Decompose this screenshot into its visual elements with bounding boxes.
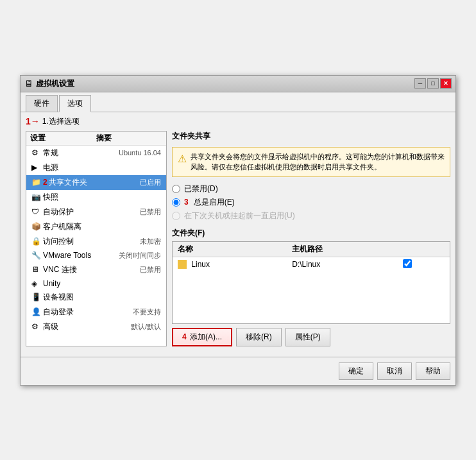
folder-path-cell: D:\Linux bbox=[287, 257, 398, 272]
minimize-button[interactable]: ─ bbox=[414, 78, 426, 89]
window-icon: 🖥 bbox=[24, 78, 33, 89]
cancel-button[interactable]: 取消 bbox=[377, 362, 412, 380]
settings-item-power[interactable]: ▶ 电源 bbox=[26, 160, 166, 175]
lock-icon: 🔒 bbox=[31, 237, 40, 246]
box-icon: 📦 bbox=[31, 222, 40, 231]
settings-item-snapshot[interactable]: 📷 快照 bbox=[26, 190, 166, 205]
folders-title: 文件夹(F) bbox=[172, 228, 450, 239]
warning-icon: ⚠ bbox=[178, 151, 187, 173]
power-icon: ▶ bbox=[31, 163, 40, 172]
user-icon: 👤 bbox=[31, 307, 40, 316]
radio-num-3: 3 bbox=[184, 198, 189, 207]
folder-name-cell: Linux bbox=[173, 257, 287, 272]
tab-hardware[interactable]: 硬件 bbox=[26, 95, 58, 112]
ok-button[interactable]: 确定 bbox=[339, 362, 373, 380]
col-name-header: 名称 bbox=[173, 242, 287, 257]
tab-bar: 硬件 选项 bbox=[21, 92, 455, 112]
settings-item-auto-protect[interactable]: 🛡 自动保护 已禁用 bbox=[26, 205, 166, 219]
folder-row: Linux D:\Linux bbox=[173, 257, 450, 272]
help-button[interactable]: 帮助 bbox=[416, 362, 450, 380]
radio-always-input[interactable] bbox=[172, 198, 180, 207]
title-bar-left: 🖥 虚拟机设置 bbox=[24, 78, 74, 89]
properties-button[interactable]: 属性(P) bbox=[285, 328, 330, 346]
main-window: 🖥 虚拟机设置 ─ □ ✕ 硬件 选项 1→ 1.选择选项 设置 摘要 bbox=[20, 75, 456, 386]
radio-next-time-input bbox=[172, 212, 180, 220]
col-path-header: 主机路径 bbox=[287, 242, 398, 257]
folder-icon bbox=[178, 260, 187, 269]
settings-item-access-control[interactable]: 🔒 访问控制 未加密 bbox=[26, 234, 166, 249]
step-arrow-icon: 1→ bbox=[26, 116, 40, 126]
settings-item-advanced[interactable]: ⚙ 高级 默认/默认 bbox=[26, 319, 166, 334]
add-folder-button[interactable]: 4 添加(A)... bbox=[172, 328, 232, 346]
settings-item-unity[interactable]: ◈ Unity bbox=[26, 277, 166, 290]
main-content: 设置 摘要 ⚙ 常规 Ubuntu 16.04 ▶ 电源 📁 bbox=[21, 131, 455, 352]
device-icon: 📱 bbox=[31, 293, 40, 302]
gear-icon: ⚙ bbox=[31, 148, 40, 157]
radio-group: 已禁用(D) 3 总是启用(E) 在下次关机或挂起前一直启用(U) bbox=[172, 183, 450, 221]
remove-folder-button[interactable]: 移除(R) bbox=[236, 328, 282, 346]
unity-icon: ◈ bbox=[31, 279, 40, 288]
settings-list: ⚙ 常规 Ubuntu 16.04 ▶ 电源 📁 2共享文件夹 已启用 bbox=[26, 146, 166, 334]
settings-item-general[interactable]: ⚙ 常规 Ubuntu 16.04 bbox=[26, 146, 166, 160]
settings-item-device-view[interactable]: 📱 设备视图 bbox=[26, 290, 166, 305]
maximize-button[interactable]: □ bbox=[427, 78, 439, 89]
warning-text: 共享文件夹会将您的文件显示给虚拟机中的程序。这可能为您的计算机和数据带来风险。请… bbox=[191, 151, 445, 173]
settings-item-vnc[interactable]: 🖥 VNC 连接 已禁用 bbox=[26, 262, 166, 277]
left-panel: 设置 摘要 ⚙ 常规 Ubuntu 16.04 ▶ 电源 📁 bbox=[26, 131, 167, 346]
radio-disabled-input[interactable] bbox=[172, 185, 180, 193]
monitor-icon: 🖥 bbox=[31, 265, 40, 274]
settings-item-auto-login[interactable]: 👤 自动登录 不要支持 bbox=[26, 305, 166, 319]
shield-icon: 🛡 bbox=[31, 207, 40, 216]
step-label: 1→ 1.选择选项 bbox=[21, 112, 455, 131]
title-bar-buttons: ─ □ ✕ bbox=[414, 78, 452, 89]
item-num-2: 2 bbox=[43, 178, 47, 187]
tab-options[interactable]: 选项 bbox=[59, 95, 91, 112]
settings-item-vmware-tools[interactable]: 🔧 VMware Tools 关闭时间同步 bbox=[26, 249, 166, 262]
title-bar: 🖥 虚拟机设置 ─ □ ✕ bbox=[21, 76, 455, 92]
window-title: 虚拟机设置 bbox=[36, 78, 74, 89]
warning-box: ⚠ 共享文件夹会将您的文件显示给虚拟机中的程序。这可能为您的计算机和数据带来风险… bbox=[172, 147, 450, 177]
radio-always[interactable]: 3 总是启用(E) bbox=[172, 197, 450, 208]
settings-item-shared-folders[interactable]: 📁 2共享文件夹 已启用 bbox=[26, 175, 166, 190]
right-panel: 文件夹共享 ⚠ 共享文件夹会将您的文件显示给虚拟机中的程序。这可能为您的计算机和… bbox=[172, 131, 450, 346]
folder-check-cell[interactable] bbox=[398, 257, 450, 272]
folder-table-empty-space bbox=[173, 272, 450, 323]
settings-icon: ⚙ bbox=[31, 322, 40, 331]
folder-enabled-checkbox[interactable] bbox=[403, 259, 412, 268]
footer: 确定 取消 帮助 bbox=[21, 357, 455, 385]
close-button[interactable]: ✕ bbox=[440, 78, 452, 89]
vmware-icon: 🔧 bbox=[31, 251, 40, 260]
col-check-header bbox=[398, 242, 450, 257]
radio-next-time[interactable]: 在下次关机或挂起前一直启用(U) bbox=[172, 210, 450, 221]
settings-item-guest-isolation[interactable]: 📦 客户机隔离 bbox=[26, 219, 166, 234]
settings-header: 设置 摘要 bbox=[26, 132, 166, 146]
file-sharing-title: 文件夹共享 bbox=[172, 131, 450, 142]
folder-table-container: 名称 主机路径 Linux D:\Linux bbox=[172, 241, 450, 324]
radio-disabled[interactable]: 已禁用(D) bbox=[172, 183, 450, 194]
button-row: 4 添加(A)... 移除(R) 属性(P) bbox=[172, 328, 450, 346]
camera-icon: 📷 bbox=[31, 192, 40, 201]
folder-table: 名称 主机路径 Linux D:\Linux bbox=[173, 242, 450, 272]
btn-add-num: 4 bbox=[182, 332, 187, 341]
folder-share-icon: 📁 bbox=[31, 178, 40, 187]
